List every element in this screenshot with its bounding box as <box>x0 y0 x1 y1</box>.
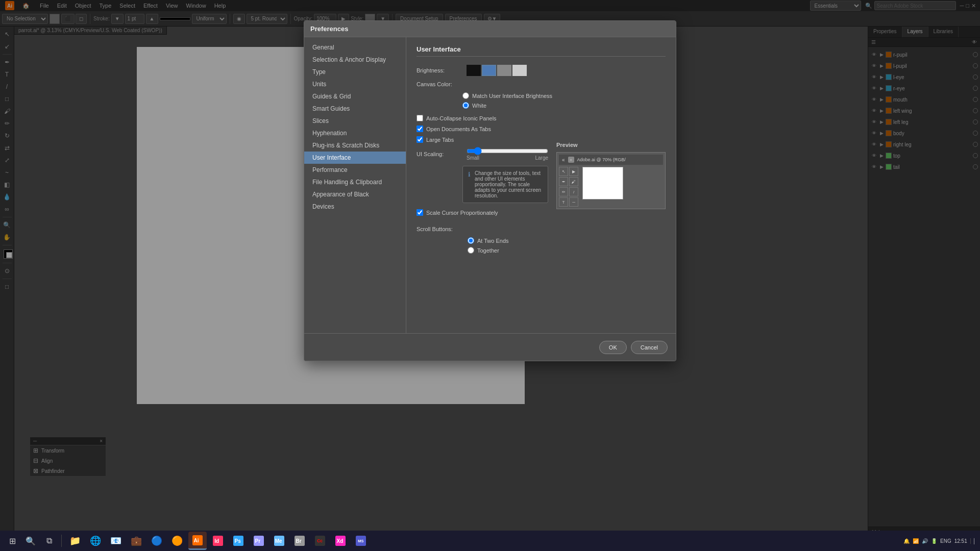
taskbar-explorer[interactable]: 📁 <box>66 532 84 550</box>
scroll-buttons-label: Scroll Buttons: <box>416 226 462 232</box>
nav-slices[interactable]: Slices <box>304 115 406 127</box>
preview-window: « × Adobe.ai @ 70% (RGB/ ↖ ▶ <box>556 152 666 209</box>
scale-cursor-checkbox-item[interactable]: Scale Cursor Proportionately <box>416 209 548 216</box>
preview-nav-icon: « <box>562 157 565 163</box>
preview-tool-row-1: ↖ ▶ <box>559 167 578 176</box>
preview-tool-pen[interactable]: ✒ <box>559 177 568 186</box>
scale-cursor-label: Scale Cursor Proportionately <box>426 210 498 216</box>
cancel-button[interactable]: Cancel <box>631 341 668 354</box>
info-box: ℹ Change the size of tools, text and oth… <box>462 166 548 203</box>
preview-tool-run[interactable]: ▶ <box>569 167 578 176</box>
taskbar-show-desktop-btn[interactable]: │ <box>970 538 976 544</box>
preview-tool-select[interactable]: ↖ <box>559 167 568 176</box>
preview-tool-pencil[interactable]: ✏ <box>559 187 568 196</box>
scroll-radio-group: At Two Ends Together <box>468 237 548 254</box>
nav-general[interactable]: General <box>304 41 406 54</box>
brightness-swatch-0[interactable] <box>467 65 481 76</box>
taskbar-illustrator[interactable]: Ai <box>188 532 207 550</box>
taskbar-time: 12:51 <box>954 538 967 544</box>
taskbar-indesign[interactable]: Id <box>209 532 227 550</box>
canvas-color-label: Canvas Color: <box>416 81 462 87</box>
nav-appearance-black[interactable]: Appearance of Black <box>304 188 406 201</box>
start-btn[interactable]: ⊞ <box>4 533 20 549</box>
taskbar: ⊞ 🔍 ⧉ 📁 🌐 📧 💼 🔵 🟠 Ai Id Ps Pr Me Br Cc X… <box>0 531 980 551</box>
preview-tool-row-3: ✏ / <box>559 187 578 196</box>
large-tabs-checkbox[interactable] <box>416 136 423 143</box>
svg-text:Me: Me <box>275 538 282 544</box>
open-docs-checkbox[interactable] <box>416 126 423 132</box>
nav-performance[interactable]: Performance <box>304 164 406 176</box>
brightness-swatch-2[interactable] <box>497 65 511 76</box>
taskbar-edge[interactable]: 🌐 <box>86 532 105 550</box>
preview-tool-stroke[interactable]: / <box>569 187 578 196</box>
scroll-at-two-ends-radio[interactable] <box>468 237 474 244</box>
nav-guides[interactable]: Guides & Grid <box>304 90 406 103</box>
taskbar-photoshop[interactable]: Ps <box>229 532 248 550</box>
taskbar-linkedin[interactable]: 💼 <box>127 532 145 550</box>
nav-units[interactable]: Units <box>304 78 406 90</box>
task-view-btn[interactable]: ⧉ <box>41 533 57 549</box>
nav-type[interactable]: Type <box>304 66 406 78</box>
auto-collapse-label: Auto-Collapse Iconic Panels <box>426 115 497 121</box>
nav-plugins[interactable]: Plug-ins & Scratch Disks <box>304 139 406 152</box>
preview-titlebar: « × Adobe.ai @ 70% (RGB/ <box>559 155 663 165</box>
scaling-range-input[interactable] <box>467 147 548 155</box>
scaling-small-label: Small <box>467 155 479 161</box>
open-docs-checkbox-item[interactable]: Open Documents As Tabs <box>416 126 666 132</box>
taskbar-notification-icon[interactable]: 🔔 <box>903 538 910 544</box>
info-icon: ℹ <box>468 171 471 178</box>
taskbar-time-display[interactable]: 12:51 <box>954 538 967 544</box>
taskbar-firefox[interactable]: 🟠 <box>168 532 186 550</box>
search-btn[interactable]: 🔍 <box>22 533 39 549</box>
brightness-swatch-1[interactable] <box>482 65 496 76</box>
taskbar-lang[interactable]: ENG <box>940 538 951 544</box>
taskbar-teams[interactable]: MS <box>352 532 370 550</box>
nav-hyphenation[interactable]: Hyphenation <box>304 127 406 139</box>
taskbar-media-encoder[interactable]: Me <box>270 532 288 550</box>
canvas-color-match-radio[interactable] <box>462 92 469 99</box>
canvas-color-white-radio[interactable] <box>462 102 469 109</box>
taskbar-battery-icon[interactable]: 🔋 <box>931 538 937 544</box>
svg-text:Id: Id <box>214 538 219 544</box>
taskbar-bridge[interactable]: Br <box>290 532 309 550</box>
preview-tools: ↖ ▶ ✒ 🖌 ✏ / <box>559 167 578 207</box>
taskbar-creative-cloud[interactable]: Cc <box>311 532 329 550</box>
auto-collapse-checkbox-item[interactable]: Auto-Collapse Iconic Panels <box>416 115 666 121</box>
taskbar-wifi-icon[interactable]: 📶 <box>913 538 919 544</box>
preview-close-btn[interactable]: × <box>568 157 574 163</box>
scroll-buttons-section: Scroll Buttons: At Two Ends Together <box>416 226 548 254</box>
scaling-section: UI Scaling: Small Large ℹ <box>416 147 548 254</box>
canvas-color-white-option[interactable]: White <box>462 102 666 109</box>
svg-text:Xd: Xd <box>337 538 344 544</box>
taskbar-chrome[interactable]: 🔵 <box>148 532 166 550</box>
taskbar-xd[interactable]: Xd <box>331 532 350 550</box>
svg-text:MS: MS <box>358 539 363 543</box>
brightness-row: Brightness: <box>416 65 666 76</box>
scroll-together-option[interactable]: Together <box>468 247 548 254</box>
scale-cursor-checkbox[interactable] <box>416 209 423 216</box>
canvas-color-match-option[interactable]: Match User Interface Brightness <box>462 92 666 99</box>
auto-collapse-checkbox[interactable] <box>416 115 423 121</box>
nav-file-handling[interactable]: File Handling & Clipboard <box>304 176 406 188</box>
scaling-labels: Small Large <box>467 155 548 161</box>
nav-devices[interactable]: Devices <box>304 201 406 213</box>
ok-button[interactable]: OK <box>599 341 627 354</box>
preview-section: Preview « × Adobe.ai @ 70% (RGB/ ↖ <box>556 142 666 254</box>
preview-tool-text[interactable]: T <box>559 197 568 207</box>
preview-inner: ↖ ▶ ✒ 🖌 ✏ / <box>559 167 663 207</box>
nav-smart-guides[interactable]: Smart Guides <box>304 103 406 115</box>
nav-selection[interactable]: Selection & Anchor Display <box>304 54 406 66</box>
taskbar-volume-icon[interactable]: 🔊 <box>922 538 928 544</box>
taskbar-right: 🔔 📶 🔊 🔋 ENG 12:51 │ <box>903 538 976 544</box>
taskbar-premiere[interactable]: Pr <box>250 532 268 550</box>
preview-tool-measure[interactable]: ─ <box>569 197 578 207</box>
brightness-swatch-3[interactable] <box>512 65 527 76</box>
scroll-at-two-ends-option[interactable]: At Two Ends <box>468 237 548 244</box>
taskbar-mail[interactable]: 📧 <box>107 532 125 550</box>
scroll-at-two-ends-label: At Two Ends <box>477 238 509 244</box>
preview-tool-brush[interactable]: 🖌 <box>569 177 578 186</box>
nav-user-interface[interactable]: User Interface <box>304 152 406 164</box>
scroll-together-radio[interactable] <box>468 247 474 254</box>
canvas-color-row: Canvas Color: <box>416 81 666 87</box>
ui-scaling-row: UI Scaling: Small Large <box>416 147 548 161</box>
